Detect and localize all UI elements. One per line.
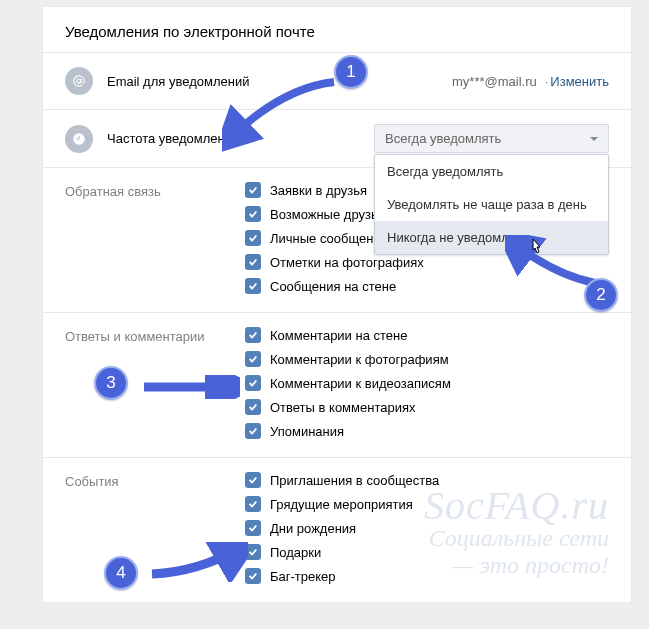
- annotation-arrow-3: [140, 375, 240, 399]
- annotation-badge-2: 2: [584, 278, 618, 312]
- check-icon: [245, 472, 261, 488]
- check-icon: [245, 327, 261, 343]
- change-link[interactable]: Изменить: [550, 74, 609, 89]
- chk-photo-comments[interactable]: Комментарии к фотографиям: [245, 351, 609, 367]
- check-icon: [245, 520, 261, 536]
- chk-video-comments[interactable]: Комментарии к видеозаписям: [245, 375, 609, 391]
- chk-invites[interactable]: Приглашения в сообщества: [245, 472, 609, 488]
- section-opts-replies: Комментарии на стене Комментарии к фотог…: [245, 327, 609, 447]
- check-icon: [245, 399, 261, 415]
- email-value: my***@mail.ru: [452, 74, 537, 89]
- section-opts-events: Приглашения в сообщества Грядущие меропр…: [245, 472, 609, 592]
- freq-option-always[interactable]: Всегда уведомлять: [375, 155, 608, 188]
- frequency-select[interactable]: Всегда уведомлять: [374, 124, 609, 153]
- annotation-badge-3: 3: [94, 366, 128, 400]
- chk-upcoming[interactable]: Грядущие мероприятия: [245, 496, 609, 512]
- check-icon: [245, 182, 261, 198]
- chk-gifts[interactable]: Подарки: [245, 544, 609, 560]
- check-icon: [245, 423, 261, 439]
- chk-mentions[interactable]: Упоминания: [245, 423, 609, 439]
- separator-dot: ·: [545, 74, 549, 89]
- cursor-icon: [528, 238, 546, 258]
- page-title: Уведомления по электронной почте: [43, 7, 631, 52]
- at-icon: [65, 67, 93, 95]
- annotation-arrow-4: [148, 542, 248, 582]
- annotation-badge-1: 1: [334, 55, 368, 89]
- check-icon: [245, 351, 261, 367]
- check-icon: [245, 206, 261, 222]
- freq-option-daily[interactable]: Уведомлять не чаще раза в день: [375, 188, 608, 221]
- clock-icon: [65, 125, 93, 153]
- section-label-feedback: Обратная связь: [65, 182, 245, 302]
- chk-birthdays[interactable]: Дни рождения: [245, 520, 609, 536]
- chk-bugtracker[interactable]: Баг-трекер: [245, 568, 609, 584]
- check-icon: [245, 375, 261, 391]
- section-replies: Ответы и комментарии Комментарии на стен…: [43, 312, 631, 457]
- check-icon: [245, 230, 261, 246]
- check-icon: [245, 254, 261, 270]
- frequency-select-wrap: Всегда уведомлять Всегда уведомлять Увед…: [374, 124, 609, 153]
- chk-wall-comments[interactable]: Комментарии на стене: [245, 327, 609, 343]
- check-icon: [245, 278, 261, 294]
- annotation-badge-4: 4: [104, 556, 138, 590]
- annotation-arrow-1: [222, 78, 342, 152]
- chk-replies[interactable]: Ответы в комментариях: [245, 399, 609, 415]
- check-icon: [245, 496, 261, 512]
